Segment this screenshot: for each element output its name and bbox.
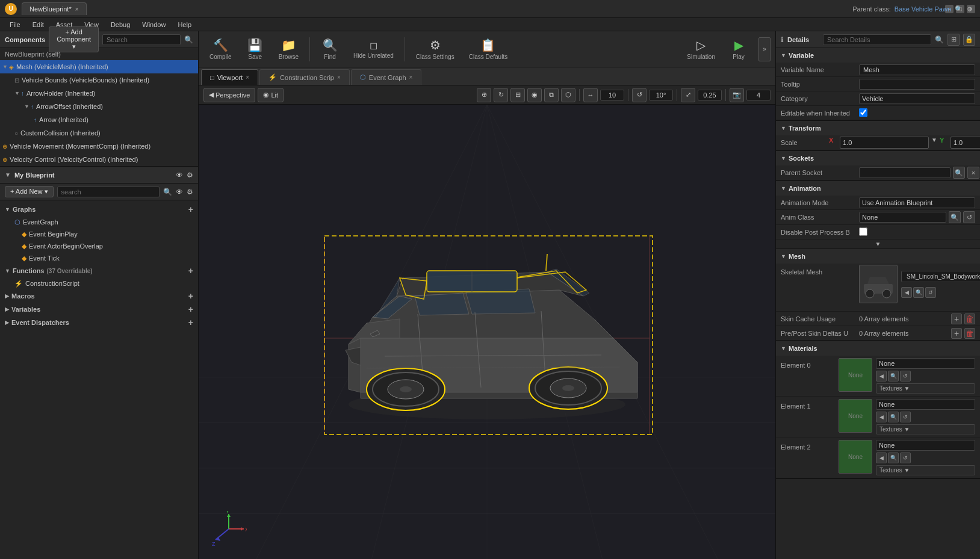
materials-section-header[interactable]: ▼ Materials [776,341,980,356]
vp-camera-btn[interactable]: 📷 [730,88,744,102]
tab-viewport[interactable]: □ Viewport × [201,69,258,85]
bp-filter-icon[interactable]: ⚙ [187,188,193,196]
mesh-back-btn[interactable]: ◀ [901,287,912,298]
mesh-search-btn[interactable]: 🔍 [913,287,924,298]
anim-search-btn[interactable]: 🔍 [949,211,961,223]
dispatchers-add-btn[interactable]: + [188,318,193,327]
element0-reset-btn[interactable]: ↺ [900,371,911,381]
event-actoroverlap[interactable]: ◆ Event ActorBeginOverlap [0,240,198,252]
menu-edit[interactable]: Edit [28,20,49,29]
editable-checkbox[interactable] [859,108,867,117]
add-component-button[interactable]: + Add Component ▾ [49,26,99,52]
vp-icon-6[interactable]: ⬡ [561,88,575,102]
element1-search-btn[interactable]: 🔍 [888,412,899,422]
element2-search-btn[interactable]: 🔍 [888,452,899,463]
class-defaults-button[interactable]: 📋 Class Defaults [463,34,513,65]
element1-input[interactable] [876,399,975,410]
tab-close[interactable]: × [75,6,79,13]
functions-section-header[interactable]: ▼ Functions (37 Overridable) + [0,264,198,277]
menu-help[interactable]: Help [173,20,196,29]
browse-button[interactable]: 📁 Browse [273,34,305,65]
sockets-section-header[interactable]: ▼ Sockets [776,151,980,165]
vp-scale-btn[interactable]: ⤢ [681,88,695,102]
vp-icon-1[interactable]: ⊕ [477,88,491,102]
tree-item-customcollision[interactable]: ○ CustomCollision (Inherited) [0,126,198,140]
menu-file[interactable]: File [5,20,25,29]
details-grid-view-btn[interactable]: ⊞ [947,34,960,46]
menu-debug[interactable]: Debug [106,20,135,29]
tab-eventgraph[interactable]: ⬡ Event Graph × [351,69,422,85]
skin-cache-del-btn[interactable]: 🗑 [964,313,975,324]
tree-item-mesh[interactable]: ▼ ◈ Mesh (VehicleMesh) (Inherited) [0,60,198,73]
vp-number-4[interactable]: 4 [746,90,771,100]
element1-back-btn[interactable]: ◀ [876,412,887,422]
vp-number-2[interactable]: 10° [649,90,673,100]
anim-class-dropdown[interactable]: None [859,212,946,223]
search-details-input[interactable] [823,34,931,45]
event-tick[interactable]: ◆ Event Tick [0,252,198,264]
socket-search-btn[interactable]: 🔍 [953,167,965,179]
vp-icon-5[interactable]: ⧉ [544,88,559,102]
graphs-section-header[interactable]: ▼ Graphs + [0,203,198,216]
parent-class-value[interactable]: Base Vehicle Pawn [895,5,951,13]
vp-icon-2[interactable]: ↻ [494,88,508,102]
element2-back-btn[interactable]: ◀ [876,452,887,463]
eventdispatchers-section-header[interactable]: ▶ Event Dispatchers + [0,316,198,329]
socket-clear-btn[interactable]: × [967,167,979,179]
variable-section-header[interactable]: ▼ Variable [776,48,980,63]
tree-item-arrowholder[interactable]: ▼ ↑ ArrowHolder (Inherited) [0,87,198,100]
element2-reset-btn[interactable]: ↺ [900,452,911,463]
class-settings-button[interactable]: ⚙ Class Settings [410,34,461,65]
scale-x-input[interactable] [840,137,929,149]
skin-cache-add-btn[interactable]: + [951,313,962,324]
animation-section-header[interactable]: ▼ Animation [776,181,980,196]
vp-number-3[interactable]: 0.25 [698,90,722,100]
element2-input[interactable] [876,440,975,451]
parent-socket-input[interactable] [859,167,951,178]
toolbar-expand-btn[interactable]: » [758,37,771,61]
perspective-btn[interactable]: ◀ Perspective [203,88,255,102]
constructionscript-item[interactable]: ⚡ ConstructionScript [0,277,198,289]
menu-window[interactable]: Window [137,20,170,29]
vp-translate-btn[interactable]: ↔ [583,88,598,102]
lit-btn[interactable]: ◉ Lit [258,88,284,102]
element0-back-btn[interactable]: ◀ [876,371,887,381]
mesh-name-dropdown[interactable]: SM_Lincoln_SM_Bodywork_Li... [901,271,980,282]
vp-number-1[interactable]: 10 [600,90,624,100]
element0-input[interactable] [876,358,975,369]
pre-post-del-btn[interactable]: 🗑 [964,328,975,339]
construction-tab-close[interactable]: × [337,74,341,81]
macros-add-btn[interactable]: + [188,291,193,301]
eventgraph-tab-close[interactable]: × [409,74,413,81]
variable-name-input[interactable] [859,64,975,75]
mesh-section-header[interactable]: ▼ Mesh [776,249,980,264]
compile-button[interactable]: 🔨 Compile [203,34,238,65]
element0-search-btn[interactable]: 🔍 [888,371,899,381]
eventgraph-item[interactable]: ⬡ EventGraph [0,216,198,228]
tree-item-arrowoffset[interactable]: ▼ ↑ ArrowOffset (Inherited) [0,100,198,113]
viewport-tab-close[interactable]: × [246,74,249,81]
tooltip-input[interactable] [859,79,975,90]
event-beginplay[interactable]: ◆ Event BeginPlay [0,228,198,240]
bp-add-new-button[interactable]: + Add New ▾ [5,186,54,197]
element1-textures-btn[interactable]: Textures ▼ [876,424,975,434]
element2-textures-btn[interactable]: Textures ▼ [876,465,975,475]
element0-textures-btn[interactable]: Textures ▼ [876,383,975,394]
vp-rotate-btn[interactable]: ↺ [632,88,647,102]
blueprint-tab[interactable]: NewBlueprint* × [22,2,87,15]
graphs-add-btn[interactable]: + [188,205,193,214]
play-button[interactable]: ▶ Play [724,34,754,65]
anim-reset-btn[interactable]: ↺ [963,211,975,223]
save-button[interactable]: 💾 Save [240,34,270,65]
vp-icon-3[interactable]: ⊞ [510,88,525,102]
category-dropdown[interactable]: Vehicle [859,93,975,104]
tree-item-arrow[interactable]: ↑ Arrow (Inherited) [0,113,198,126]
anim-mode-dropdown[interactable]: Use Animation Blueprint [859,197,975,208]
details-lock-btn[interactable]: 🔒 [963,34,975,46]
functions-add-btn[interactable]: + [188,266,193,276]
transform-section-header[interactable]: ▼ Transform [776,121,980,135]
bp-eye-icon[interactable]: 👁 [176,188,183,196]
disable-post-checkbox[interactable] [859,227,867,236]
tree-item-movement[interactable]: ⊕ Vehicle Movement (MovementComp) (Inher… [0,140,198,153]
settings-icon-title[interactable]: ⚙ [967,5,973,13]
